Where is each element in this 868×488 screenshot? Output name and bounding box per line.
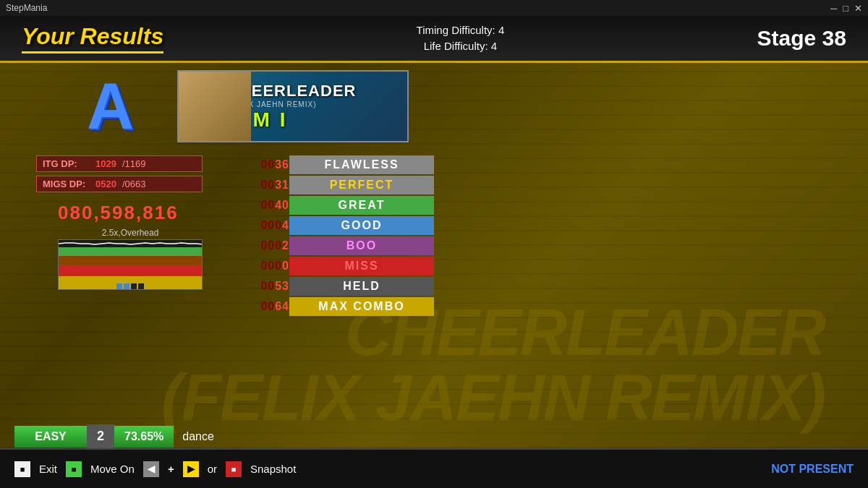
stat-label-perfect: PERFECT	[289, 176, 434, 194]
svg-rect-2	[59, 256, 203, 265]
graph-container	[58, 239, 203, 290]
migs-dp-score: 0520	[95, 179, 116, 189]
big-score: 080,598,816	[58, 202, 203, 224]
header-center: Timing Difficulty: 4 Life Difficulty: 4	[417, 22, 505, 55]
difficulty-percentage: 73.65%	[114, 426, 174, 448]
migs-dp-row: MIGS DP: 0520 /0663	[36, 176, 203, 192]
move-on-label[interactable]: Move On	[90, 463, 135, 475]
window-title: StepMania	[6, 3, 47, 13]
stat-number-held: 0053	[231, 280, 289, 293]
stat-row-boo: 0002BOO	[231, 236, 434, 255]
arrow-right-icon: ▶	[183, 461, 199, 477]
left-scores: ITG DP: 1029 /1169 MIGS DP: 0520 /0663 0…	[14, 155, 203, 316]
stat-row-held: 0053HELD	[231, 277, 434, 296]
stat-label-miss: MISS	[289, 257, 434, 275]
svg-rect-6	[124, 283, 129, 289]
migs-dp-total: /0663	[122, 179, 146, 189]
difficulty-level: 2	[87, 424, 114, 448]
itg-dp-score: 1029	[95, 158, 116, 169]
plus-sign: +	[168, 463, 174, 475]
stats-table: 0036FLAWLESS0031PERFECT0040GREAT0004GOOD…	[231, 155, 434, 316]
not-present-label: NOT PRESENT	[771, 463, 854, 476]
stat-number-boo: 0002	[231, 239, 289, 252]
snapshot-key-icon: ■	[226, 461, 242, 477]
bottom-controls: ■ Exit ■ Move On ◀ + ▶ or ■ Snapshot	[14, 461, 296, 477]
stat-row-flawless: 0036FLAWLESS	[231, 155, 434, 174]
graph-score-col: 080,598,816 2.5x,Overhead	[36, 196, 203, 290]
stat-number-good: 0004	[231, 219, 289, 232]
or-label: or	[208, 463, 217, 475]
song-banner: CHEERLEADER (FELIX JAEHN REMIX) O M I	[177, 70, 409, 142]
difficulty-mode: EASY	[14, 426, 87, 448]
move-on-key-icon: ■	[66, 461, 82, 477]
svg-rect-5	[116, 283, 122, 289]
life-difficulty: Life Difficulty: 4	[417, 38, 505, 55]
song-banner-row: A CHEERLEADER (FELIX JAEHN REMIX) O M I	[14, 70, 854, 142]
grade-letter: A	[87, 74, 134, 139]
timing-difficulty: Timing Difficulty: 4	[417, 22, 505, 39]
stat-label-good: GOOD	[289, 216, 434, 235]
itg-dp-total: /1169	[122, 158, 146, 169]
migs-dp-label: MIGS DP:	[43, 179, 90, 189]
stat-row-perfect: 0031PERFECT	[231, 176, 434, 194]
stat-number-great: 0040	[231, 199, 289, 212]
stat-number-flawless: 0036	[231, 158, 289, 171]
title-bar: StepMania ─ □ ✕	[0, 0, 868, 16]
stat-number-perfect: 0031	[231, 179, 289, 192]
minimize-button[interactable]: ─	[830, 3, 837, 14]
snapshot-label[interactable]: Snapshot	[250, 463, 296, 475]
maximize-button[interactable]: □	[843, 3, 848, 14]
stat-label-held: HELD	[289, 277, 434, 296]
window-controls[interactable]: ─ □ ✕	[830, 3, 862, 14]
stat-row-miss: 0000MISS	[231, 257, 434, 275]
bottom-bar: ■ Exit ■ Move On ◀ + ▶ or ■ Snapshot NOT…	[0, 448, 868, 488]
close-button[interactable]: ✕	[854, 3, 862, 14]
svg-rect-3	[59, 247, 203, 256]
exit-label[interactable]: Exit	[39, 463, 57, 475]
svg-rect-1	[59, 265, 203, 276]
itg-dp-row: ITG DP: 1029 /1169	[36, 155, 203, 172]
itg-dp-label: ITG DP:	[43, 158, 90, 169]
stat-label-maxcombo: MAX COMBO	[289, 297, 434, 316]
svg-rect-0	[59, 276, 203, 290]
difficulty-bar: EASY 2 73.65% dance	[14, 424, 223, 448]
stat-label-boo: BOO	[289, 236, 434, 255]
stat-label-flawless: FLAWLESS	[289, 155, 434, 174]
graph-area: 2.5x,Overhead	[58, 228, 203, 290]
graph-label: 2.5x,Overhead	[58, 228, 203, 238]
stat-row-maxcombo: 0064MAX COMBO	[231, 297, 434, 316]
stat-number-miss: 0000	[231, 260, 289, 273]
svg-rect-8	[138, 283, 144, 289]
stat-row-good: 0004GOOD	[231, 216, 434, 235]
performance-graph	[59, 240, 203, 290]
header-bar: Your Results Timing Difficulty: 4 Life D…	[0, 16, 868, 63]
score-area: ITG DP: 1029 /1169 MIGS DP: 0520 /0663 0…	[14, 155, 854, 316]
exit-key-icon: ■	[14, 461, 30, 477]
stat-row-great: 0040GREAT	[231, 196, 434, 215]
arrow-left-icon: ◀	[143, 461, 159, 477]
stage-label: Stage 38	[757, 26, 846, 51]
your-results-title: Your Results	[22, 23, 163, 53]
svg-rect-7	[131, 283, 137, 289]
stat-number-maxcombo: 0064	[231, 300, 289, 313]
song-banner-image	[179, 72, 251, 141]
stat-label-great: GREAT	[289, 196, 434, 215]
difficulty-type: dance	[174, 426, 223, 448]
main-content: A CHEERLEADER (FELIX JAEHN REMIX) O M I …	[0, 63, 868, 448]
